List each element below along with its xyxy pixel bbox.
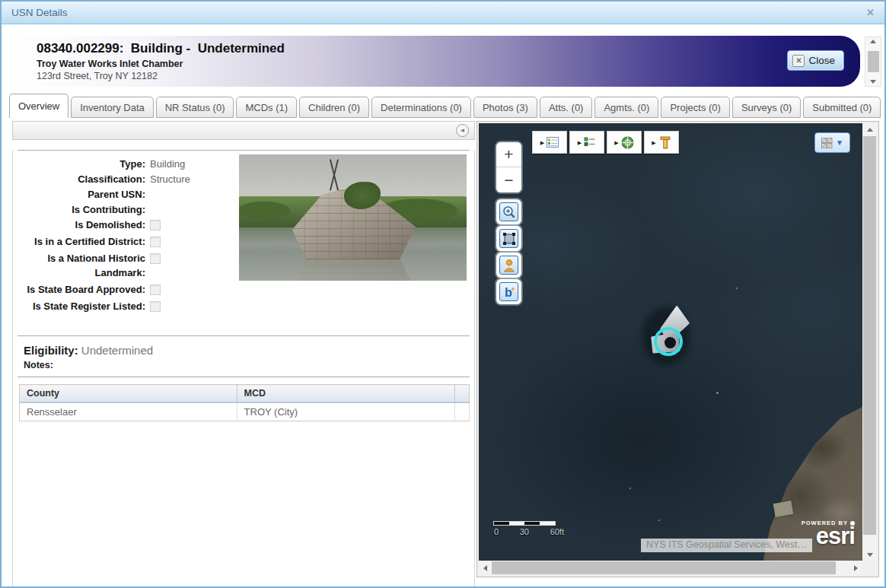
tab-overview[interactable]: Overview	[9, 94, 69, 118]
table-row[interactable]: Rensselaer TROY (City)	[20, 402, 470, 421]
page-scrollbar-thumb[interactable]	[868, 51, 879, 72]
select-extent-button[interactable]	[496, 226, 521, 251]
expand-arrow-icon: ▶	[652, 140, 655, 145]
horizontal-scrollbar-thumb[interactable]	[492, 561, 836, 574]
bing-maps-button[interactable]: b	[496, 279, 521, 304]
is-national-historic-landmark-checkbox[interactable]	[150, 253, 161, 264]
esri-logo: POWERED BY esri	[802, 520, 855, 546]
tab-nr-status[interactable]: NR Status (0)	[156, 97, 234, 118]
column-header-mcd[interactable]: MCD	[237, 385, 454, 403]
attributes-form: Type: Building Classification: Structure…	[18, 151, 470, 335]
table-header-row: County MCD	[20, 385, 470, 403]
globe-crosshair-icon	[621, 136, 634, 149]
field-value: Building	[150, 157, 185, 171]
tab-strip: Overview Inventory Data NR Status (0) MC…	[9, 94, 883, 118]
scrollbar-corner	[862, 561, 877, 575]
eligibility-line: Eligibility: Undetermined	[24, 344, 470, 357]
notes-label: Notes:	[24, 360, 470, 370]
field-is-state-register-listed: Is State Register Listed:	[18, 299, 470, 313]
vertical-scrollbar-thumb[interactable]	[863, 136, 876, 535]
legend-button[interactable]: ▶	[569, 131, 604, 154]
record-address: 123rd Street, Troy NY 12182	[37, 71, 860, 81]
basemap-grid-icon	[821, 138, 833, 148]
water-speck	[629, 488, 631, 489]
tab-mcds[interactable]: MCDs (1)	[236, 97, 297, 118]
field-label: Is State Board Approved:	[18, 282, 145, 297]
tab-photos[interactable]: Photos (3)	[473, 97, 537, 118]
record-name: Troy Water Works Inlet Chamber	[37, 59, 860, 69]
dialog-title: USN Details	[11, 7, 68, 18]
field-label: Parent USN:	[18, 187, 145, 202]
layer-list-button[interactable]: ▶	[532, 131, 567, 154]
expand-arrow-icon: ▶	[614, 140, 618, 145]
zoom-out-button[interactable]: −	[496, 167, 521, 192]
tab-submitted[interactable]: Submitted (0)	[803, 97, 881, 118]
tab-projects[interactable]: Projects (0)	[661, 97, 729, 118]
basemap-gallery-button[interactable]: ▼	[814, 132, 850, 153]
mcd-cell: TROY (City)	[237, 402, 454, 421]
zoom-control: + −	[496, 142, 521, 192]
field-label: Is in a Certified District:	[18, 234, 145, 249]
tab-agmts[interactable]: Agmts. (0)	[594, 97, 658, 118]
field-label: Is Contributing:	[18, 202, 145, 217]
close-button[interactable]: ✕ Close	[787, 50, 844, 71]
overview-panel-header: ◄	[12, 121, 475, 140]
zoom-in-button[interactable]: +	[496, 142, 521, 167]
measure-button[interactable]: ▶	[644, 131, 679, 154]
field-label: Is Demolished:	[18, 218, 145, 232]
svg-text:b: b	[505, 285, 512, 298]
scroll-right-icon[interactable]	[849, 561, 862, 575]
tab-children[interactable]: Children (0)	[299, 97, 369, 118]
tab-inventory-data[interactable]: Inventory Data	[71, 97, 154, 118]
field-label: Is a National Historic Landmark:	[18, 251, 145, 280]
scroll-down-icon[interactable]	[870, 80, 876, 84]
photo-reflection	[292, 258, 416, 281]
water-speck	[658, 520, 660, 521]
is-state-register-listed-checkbox[interactable]	[150, 301, 161, 312]
scroll-up-icon[interactable]	[862, 123, 877, 136]
usn-location-marker[interactable]	[654, 327, 683, 356]
column-header-county[interactable]: County	[20, 385, 237, 403]
scroll-left-icon[interactable]	[479, 561, 492, 575]
scalebar-label-0: 0	[494, 527, 499, 536]
eligibility-label: Eligibility:	[24, 344, 78, 357]
collapse-panel-button[interactable]: ◄	[456, 124, 469, 137]
street-view-button[interactable]	[496, 253, 521, 278]
tab-atts[interactable]: Atts. (0)	[540, 97, 593, 118]
map-canvas[interactable]: + − ▶ ▶	[479, 123, 862, 561]
is-state-board-approved-checkbox[interactable]	[150, 284, 161, 295]
map-scalebar: 0 30 60ft	[494, 522, 564, 536]
map-horizontal-scrollbar[interactable]	[479, 561, 862, 575]
photo-tripod	[324, 159, 344, 191]
blank-cell	[454, 402, 469, 421]
overview-globe-button[interactable]: ▶	[607, 131, 642, 154]
zoom-to-extent-button[interactable]	[496, 199, 521, 224]
field-value: Structure	[150, 172, 190, 186]
dialog-close-icon[interactable]: ✕	[866, 7, 875, 18]
county-cell: Rensselaer	[20, 402, 237, 421]
page-scrollbar[interactable]	[865, 37, 881, 87]
column-header-blank	[454, 385, 469, 403]
marker-center-dot	[664, 337, 676, 348]
site-photo[interactable]	[239, 154, 467, 281]
legend-icon	[584, 137, 596, 148]
usn-details-dialog: USN Details ✕ 08340.002299: Building - U…	[0, 0, 886, 588]
close-x-icon: ✕	[792, 55, 805, 67]
water-speck	[736, 288, 738, 289]
tab-determinations[interactable]: Determinations (0)	[371, 97, 471, 118]
map-panel: + − ▶ ▶	[476, 121, 879, 577]
divider	[18, 335, 470, 336]
measure-ruler-icon	[658, 136, 671, 149]
eligibility-value: Undetermined	[81, 344, 153, 357]
tab-surveys[interactable]: Surveys (0)	[732, 97, 801, 118]
expand-arrow-icon: ▶	[578, 140, 582, 145]
scroll-down-icon[interactable]	[862, 548, 877, 561]
is-demolished-checkbox[interactable]	[150, 220, 161, 230]
field-label: Type:	[18, 157, 145, 171]
dialog-titlebar[interactable]: USN Details ✕	[2, 2, 884, 24]
county-mcd-table: County MCD Rensselaer TROY (City)	[19, 384, 470, 421]
scroll-up-icon[interactable]	[870, 40, 876, 43]
is-certified-district-checkbox[interactable]	[150, 237, 161, 247]
divider	[18, 377, 470, 377]
map-vertical-scrollbar[interactable]	[862, 123, 877, 561]
